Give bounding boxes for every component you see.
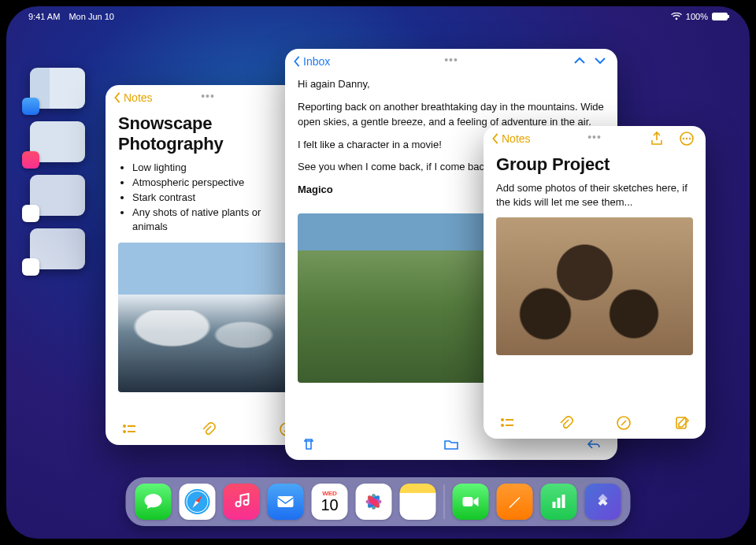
facetime-app-icon[interactable]	[453, 484, 489, 520]
svg-rect-10	[506, 419, 513, 421]
photos-app-icon[interactable]	[356, 484, 392, 520]
safari-icon	[22, 205, 39, 222]
list-item: Atmospheric perspective	[132, 176, 298, 191]
back-button[interactable]: Notes	[113, 91, 153, 104]
svg-rect-3	[128, 431, 135, 432]
status-time: 9:41 AM	[28, 12, 60, 21]
wifi-icon	[671, 13, 682, 20]
mail-app-icon[interactable]	[268, 484, 304, 520]
stage-thumb[interactable]	[30, 228, 85, 269]
notes-window-snowscape[interactable]: ••• Notes Snowscape Photography Low ligh…	[106, 85, 310, 445]
svg-point-6	[683, 138, 684, 139]
checklist-icon[interactable]	[499, 415, 515, 431]
battery-icon	[712, 13, 728, 20]
notes-toolbar	[106, 413, 310, 445]
svg-point-7	[686, 138, 687, 139]
checklist-icon[interactable]	[121, 421, 137, 437]
svg-point-9	[501, 418, 504, 421]
notes-window-group-project[interactable]: ••• Notes Group Project Add some photos …	[484, 126, 706, 439]
attachment-icon[interactable]	[200, 421, 216, 437]
svg-point-8	[689, 138, 691, 139]
pages-app-icon[interactable]	[497, 484, 533, 520]
dock: WED 10	[126, 477, 631, 526]
dock-separator	[444, 484, 445, 519]
more-icon[interactable]	[679, 131, 695, 146]
photos-icon	[22, 258, 39, 276]
note-bullet-list: Low lighting Atmospheric perspective Sta…	[106, 161, 310, 243]
back-button[interactable]: Inbox	[293, 55, 330, 68]
svg-point-2	[123, 430, 126, 433]
safari-app-icon[interactable]	[180, 484, 216, 520]
note-image-kids	[496, 217, 693, 355]
status-date: Mon Jun 10	[69, 12, 113, 21]
notes-toolbar	[484, 407, 706, 439]
status-bar: 9:41 AM Mon Jun 10 100%	[6, 6, 750, 27]
markup-icon[interactable]	[616, 415, 632, 431]
svg-point-0	[123, 425, 126, 428]
music-icon	[22, 151, 39, 169]
stage-thumb[interactable]	[30, 121, 85, 162]
list-item: Stark contrast	[132, 191, 298, 206]
back-button[interactable]: Notes	[491, 132, 531, 145]
mail-paragraph: Reporting back on another breathtaking d…	[298, 100, 605, 130]
folder-icon[interactable]	[443, 436, 459, 452]
battery-level: 100%	[686, 12, 708, 21]
svg-rect-18	[278, 496, 294, 507]
note-title: Group Project	[484, 151, 706, 181]
note-title: Snowscape Photography	[106, 110, 310, 161]
stage-manager-rail	[30, 68, 85, 269]
note-body: Add some photos of their sketches here, …	[484, 181, 706, 217]
trash-icon[interactable]	[301, 436, 317, 452]
ipad-screen: 9:41 AM Mon Jun 10 100% •••	[3, 3, 753, 542]
reply-icon[interactable]	[586, 436, 602, 452]
notes-app-icon[interactable]	[400, 484, 436, 520]
svg-rect-29	[558, 498, 561, 508]
svg-rect-30	[562, 495, 565, 508]
note-image-snowscape	[118, 243, 298, 392]
next-message-button[interactable]	[594, 54, 606, 69]
compose-icon[interactable]	[674, 415, 690, 431]
attachment-icon[interactable]	[558, 415, 573, 431]
mail-greeting: Hi again Danny,	[298, 77, 605, 92]
list-item: Any shots of native plants or animals	[132, 206, 298, 235]
mail-icon	[22, 98, 39, 115]
numbers-app-icon[interactable]	[541, 484, 577, 520]
svg-rect-12	[506, 425, 513, 426]
music-app-icon[interactable]	[224, 484, 260, 520]
share-icon[interactable]	[649, 131, 665, 146]
messages-app-icon[interactable]	[135, 484, 172, 520]
svg-rect-1	[128, 425, 135, 427]
calendar-day: 10	[321, 497, 338, 513]
prev-message-button[interactable]	[573, 54, 586, 69]
svg-point-11	[501, 424, 504, 427]
svg-rect-27	[463, 497, 473, 506]
stage-thumb[interactable]	[30, 175, 85, 216]
stage-thumb[interactable]	[30, 68, 85, 109]
shortcuts-app-icon[interactable]	[585, 484, 621, 520]
calendar-app-icon[interactable]: WED 10	[312, 484, 348, 520]
list-item: Low lighting	[132, 161, 298, 176]
svg-rect-28	[553, 502, 556, 508]
